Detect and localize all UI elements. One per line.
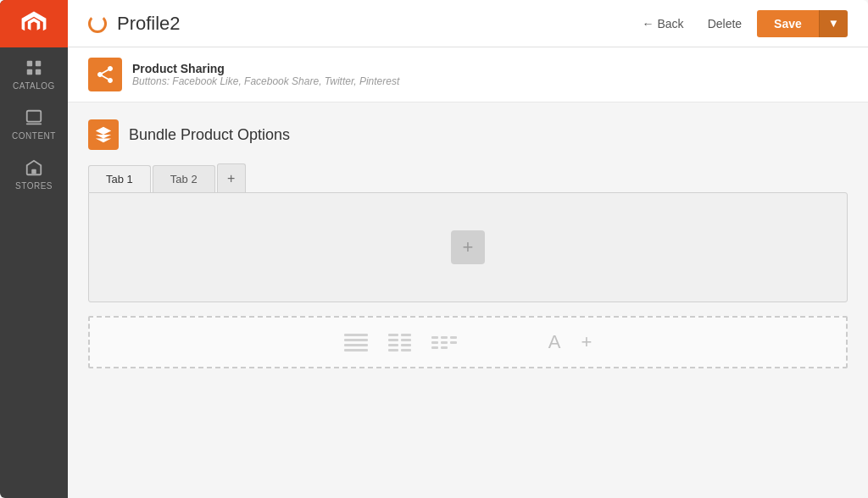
sharing-icon-box [88, 58, 122, 91]
svg-rect-4 [27, 111, 42, 122]
save-label: Save [774, 17, 802, 30]
toolbar-col-line [388, 334, 398, 336]
sidebar: CATALOG CONTENT STORES [0, 0, 68, 498]
toolbar-col-line [388, 344, 398, 346]
sidebar-item-stores[interactable]: STORES [0, 147, 68, 197]
sharing-text: Product Sharing Buttons: Facebook Like, … [132, 62, 399, 87]
delete-label: Delete [708, 17, 742, 30]
back-arrow-icon: ← [643, 17, 654, 30]
tab-1[interactable]: Tab 1 [88, 165, 151, 192]
section-title: Bundle Product Options [129, 126, 290, 144]
magento-logo-icon [19, 8, 49, 39]
tab-1-label: Tab 1 [106, 173, 133, 185]
toolbar-col-line [431, 336, 438, 339]
share-icon [95, 64, 115, 85]
sharing-title: Product Sharing [132, 62, 399, 75]
chevron-down-icon: ▼ [828, 17, 839, 30]
toolbar-col-line [401, 349, 411, 351]
toolbar-block-icon-2[interactable] [388, 334, 411, 351]
add-content-button[interactable]: + [451, 230, 485, 264]
tab-2[interactable]: Tab 2 [153, 165, 215, 192]
save-button-group: Save ▼ [757, 10, 848, 37]
sidebar-item-catalog-label: CATALOG [13, 81, 55, 91]
toolbar-col-line [401, 334, 411, 336]
save-dropdown-button[interactable]: ▼ [819, 10, 848, 37]
catalog-icon-svg [25, 58, 43, 77]
content-icon [24, 108, 44, 128]
toolbar-col-line [450, 336, 457, 339]
toolbar-block-icon-5[interactable] [500, 336, 503, 349]
toolbar-line [344, 334, 368, 336]
toolbar-line [344, 339, 368, 341]
content-icon-svg [25, 108, 43, 127]
product-sharing-banner: Product Sharing Buttons: Facebook Like, … [68, 47, 868, 102]
toolbar-block-icon-3[interactable] [431, 336, 457, 349]
bundle-icon [94, 125, 113, 144]
toolbar-col-line [441, 346, 448, 349]
svg-rect-0 [27, 61, 32, 66]
toolbar-col-line [441, 341, 448, 344]
toolbar-col-line [431, 346, 438, 349]
tab-panel: + [88, 192, 848, 302]
delete-button[interactable]: Delete [699, 12, 750, 36]
header-actions: ← Back Delete Save ▼ [634, 10, 849, 37]
page-header: Profile2 ← Back Delete Save ▼ [68, 0, 868, 47]
section-icon-box [88, 119, 119, 150]
svg-rect-3 [36, 69, 41, 75]
content-area: Product Sharing Buttons: Facebook Like, … [68, 47, 868, 498]
section-header: Bundle Product Options [88, 119, 848, 150]
tabs-row: Tab 1 Tab 2 + [88, 163, 848, 192]
toolbar-area: A + [88, 316, 848, 368]
svg-rect-5 [26, 123, 42, 125]
sharing-description: Buttons: Facebook Like, Facebook Share, … [132, 75, 399, 87]
main-area: Profile2 ← Back Delete Save ▼ [68, 0, 868, 498]
sidebar-logo [0, 0, 68, 47]
loading-spinner [88, 14, 107, 33]
toolbar-col-line [441, 336, 448, 339]
page-title: Profile2 [117, 13, 634, 35]
toolbar-block-icon-1[interactable] [344, 334, 368, 351]
back-label: Back [658, 17, 684, 30]
toolbar-line [344, 344, 368, 346]
toolbar-line [344, 349, 368, 351]
svg-rect-1 [36, 61, 41, 66]
sidebar-item-stores-label: STORES [15, 181, 53, 191]
sidebar-item-catalog[interactable]: CATALOG [0, 47, 68, 97]
back-button[interactable]: ← Back [634, 12, 693, 36]
toolbar-add-icon[interactable]: + [581, 331, 592, 353]
add-tab-button[interactable]: + [217, 163, 246, 192]
page-body: Bundle Product Options Tab 1 Tab 2 + + [68, 102, 868, 498]
catalog-icon [24, 58, 44, 78]
toolbar-block-icon-4[interactable] [477, 336, 480, 349]
sidebar-item-content[interactable]: CONTENT [0, 97, 68, 147]
svg-rect-6 [31, 169, 36, 174]
tab-2-label: Tab 2 [170, 173, 198, 185]
toolbar-col-line [401, 339, 411, 341]
stores-icon [24, 158, 44, 178]
toolbar-col-line [450, 341, 457, 344]
toolbar-col-line [388, 349, 398, 351]
toolbar-col-line [401, 344, 411, 346]
toolbar-col-line [388, 339, 398, 341]
toolbar-block-icon-6[interactable] [523, 339, 528, 346]
save-button[interactable]: Save [757, 10, 819, 37]
toolbar-text-icon[interactable]: A [548, 331, 561, 353]
add-tab-icon: + [227, 171, 235, 186]
svg-rect-2 [27, 69, 32, 75]
stores-icon-svg [25, 158, 43, 177]
add-content-icon: + [463, 236, 474, 258]
toolbar-col-line [431, 341, 438, 344]
sidebar-item-content-label: CONTENT [12, 131, 56, 141]
